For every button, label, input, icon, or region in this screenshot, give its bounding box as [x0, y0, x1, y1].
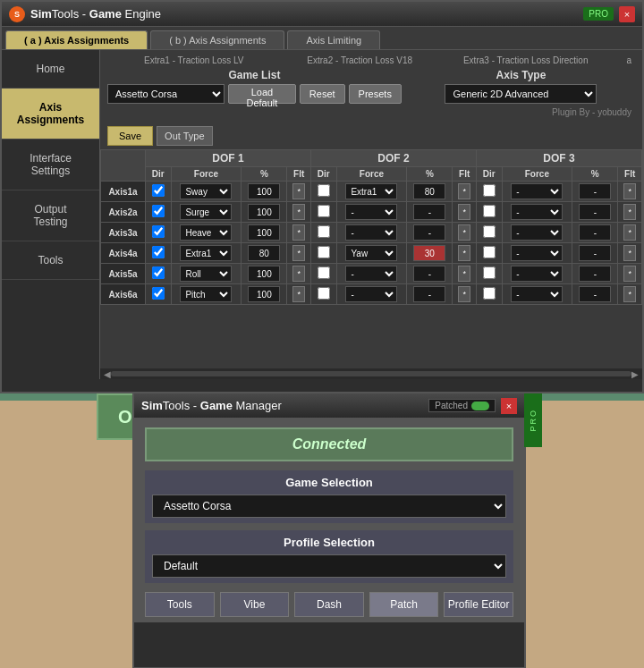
- dof1-flt-Axis4a[interactable]: *: [287, 243, 311, 264]
- dof3-value-Axis3a[interactable]: [572, 223, 618, 243]
- dof3-flt-Axis1a[interactable]: *: [618, 182, 642, 202]
- dof1-dir-Axis2a[interactable]: [146, 202, 172, 223]
- dof1-dir-Axis3a[interactable]: [146, 223, 172, 243]
- dof1-motion-Axis3a[interactable]: Heave: [171, 223, 242, 243]
- dof2-dir-Axis1a[interactable]: [310, 182, 336, 202]
- gm-game-select[interactable]: Assetto Corsa: [152, 495, 506, 518]
- dof3-motion-Axis2a[interactable]: -: [502, 202, 572, 223]
- dof1-value-Axis1a[interactable]: [242, 182, 287, 202]
- dof1-value-Axis4a[interactable]: [242, 243, 287, 264]
- dof2-motion-Axis5a[interactable]: -: [336, 264, 407, 284]
- dof2-dir-Axis3a[interactable]: [310, 223, 336, 243]
- nav-output-testing[interactable]: Output Testing: [2, 190, 99, 241]
- dof2-dir-Axis4a[interactable]: [310, 243, 336, 264]
- dof2-dir-Axis2a[interactable]: [310, 202, 336, 223]
- load-default-btn[interactable]: Load Default: [228, 84, 296, 104]
- gm-patch-btn[interactable]: Patch: [369, 592, 439, 617]
- dof3-flt-Axis3a[interactable]: *: [618, 223, 642, 243]
- dof1-flt-Axis1a[interactable]: *: [287, 182, 311, 202]
- dof3-value-Axis1a[interactable]: [572, 182, 618, 202]
- dof1-flt-Axis5a[interactable]: *: [287, 264, 311, 284]
- dof3-dir-Axis6a[interactable]: [476, 284, 502, 305]
- dof3-motion-Axis6a[interactable]: -: [502, 284, 572, 305]
- dof3-flt-Axis4a[interactable]: *: [618, 243, 642, 264]
- dof1-value-Axis6a[interactable]: [242, 284, 287, 305]
- game-list-select[interactable]: Assetto Corsa: [107, 84, 225, 104]
- dof1-flt-Axis6a[interactable]: *: [287, 284, 311, 305]
- dof3-dir-Axis1a[interactable]: [476, 182, 502, 202]
- dof1-value-Axis5a[interactable]: [242, 264, 287, 284]
- dof1-dir-Axis4a[interactable]: [146, 243, 172, 264]
- dof2-dir-Axis6a[interactable]: [310, 284, 336, 305]
- dof2-flt-Axis2a[interactable]: *: [453, 202, 477, 223]
- dof3-value-Axis4a[interactable]: [572, 243, 618, 264]
- out-type-button[interactable]: Out Type: [157, 126, 212, 146]
- nav-tools[interactable]: Tools: [2, 241, 99, 280]
- gm-profile-editor-btn[interactable]: Profile Editor: [444, 592, 513, 617]
- scrollbar-track[interactable]: [111, 371, 631, 376]
- dof2-value-Axis6a[interactable]: [407, 284, 453, 305]
- dof3-dir-Axis3a[interactable]: [476, 223, 502, 243]
- tab-b-axis[interactable]: ( b ) Axis Assignments: [150, 30, 284, 49]
- dof2-dir-Axis5a[interactable]: [310, 264, 336, 284]
- nav-interface-settings[interactable]: Interface Settings: [2, 140, 99, 190]
- dof3-motion-Axis5a[interactable]: -: [502, 264, 572, 284]
- dof1-motion-Axis5a[interactable]: Roll: [171, 264, 242, 284]
- dof2-flt-Axis3a[interactable]: *: [453, 223, 477, 243]
- dof3-dir-Axis5a[interactable]: [476, 264, 502, 284]
- scroll-right[interactable]: ▶: [631, 369, 639, 379]
- dof1-motion-Axis6a[interactable]: Pitch: [171, 284, 242, 305]
- tab-axis-limiting[interactable]: Axis Limiting: [287, 30, 380, 49]
- gm-profile-select[interactable]: Default: [152, 554, 506, 578]
- dof3-value-Axis2a[interactable]: [572, 202, 618, 223]
- dof2-value-Axis1a[interactable]: [407, 182, 453, 202]
- dof3-value-Axis6a[interactable]: [572, 284, 618, 305]
- gm-close-button[interactable]: ×: [501, 398, 517, 414]
- scroll-left[interactable]: ◀: [104, 369, 111, 379]
- dof1-dir-Axis1a[interactable]: [146, 182, 172, 202]
- dof2-motion-Axis4a[interactable]: Yaw: [336, 243, 407, 264]
- dof3-flt-Axis6a[interactable]: *: [618, 284, 642, 305]
- axis-type-select[interactable]: Generic 2D Advanced: [445, 84, 597, 104]
- dof3-flt-Axis2a[interactable]: *: [618, 202, 642, 223]
- nav-axis-assignments[interactable]: Axis Assignments: [2, 89, 99, 140]
- dof2-value-Axis3a[interactable]: [407, 223, 453, 243]
- dof3-motion-Axis4a[interactable]: -: [502, 243, 572, 264]
- dof1-dir-Axis5a[interactable]: [146, 264, 172, 284]
- dof2-motion-Axis6a[interactable]: -: [336, 284, 407, 305]
- dof2-flt-Axis6a[interactable]: *: [453, 284, 477, 305]
- gm-tools-btn[interactable]: Tools: [145, 592, 215, 617]
- dof1-motion-Axis4a[interactable]: Extra1: [171, 243, 242, 264]
- dof3-motion-Axis3a[interactable]: -: [502, 223, 572, 243]
- dof3-flt-Axis5a[interactable]: *: [618, 264, 642, 284]
- dof1-flt-Axis3a[interactable]: *: [287, 223, 311, 243]
- nav-home[interactable]: Home: [2, 50, 99, 89]
- dof1-flt-Axis2a[interactable]: *: [287, 202, 311, 223]
- close-button[interactable]: ×: [619, 6, 635, 22]
- dof2-motion-Axis3a[interactable]: -: [336, 223, 407, 243]
- dof3-motion-Axis1a[interactable]: -: [502, 182, 572, 202]
- dof1-value-Axis3a[interactable]: [242, 223, 287, 243]
- reset-btn[interactable]: Reset: [300, 84, 345, 104]
- dof2-value-Axis2a[interactable]: [407, 202, 453, 223]
- dof3-dir-Axis2a[interactable]: [476, 202, 502, 223]
- dof2-motion-Axis1a[interactable]: Extra1: [336, 182, 407, 202]
- dof2-flt-Axis5a[interactable]: *: [453, 264, 477, 284]
- dof1-value-Axis2a[interactable]: [242, 202, 287, 223]
- tab-a-axis[interactable]: ( a ) Axis Assignments: [5, 30, 148, 49]
- dof1-motion-Axis2a[interactable]: Surge: [171, 202, 242, 223]
- dof2-motion-Axis2a[interactable]: -: [336, 202, 407, 223]
- gm-dash-btn[interactable]: Dash: [294, 592, 364, 617]
- dof3-value-Axis5a[interactable]: [572, 264, 618, 284]
- dof3-dir-Axis4a[interactable]: [476, 243, 502, 264]
- scrollbar[interactable]: ◀ ▶: [100, 368, 642, 379]
- save-button[interactable]: Save: [107, 126, 153, 146]
- dof1-dir-Axis6a[interactable]: [146, 284, 172, 305]
- dof1-motion-Axis1a[interactable]: Sway: [171, 182, 242, 202]
- dof2-value-Axis5a[interactable]: [407, 264, 453, 284]
- presets-btn[interactable]: Presets: [349, 84, 402, 104]
- gm-vibe-btn[interactable]: Vibe: [220, 592, 290, 617]
- dof2-value-Axis4a[interactable]: [407, 243, 453, 264]
- dof2-flt-Axis4a[interactable]: *: [453, 243, 477, 264]
- dof2-flt-Axis1a[interactable]: *: [453, 182, 477, 202]
